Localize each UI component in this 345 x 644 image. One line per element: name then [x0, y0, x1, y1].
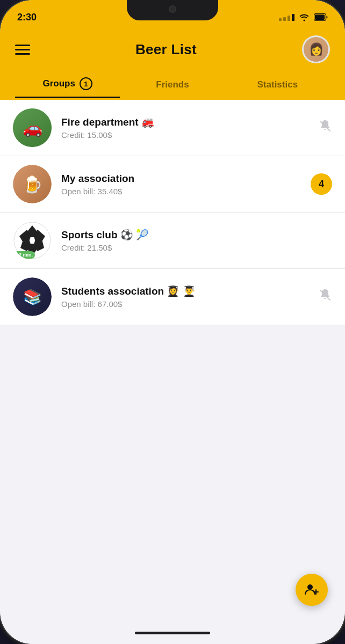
group-subtitle: Open bill: 67.00$	[61, 299, 318, 309]
svg-point-11	[307, 584, 313, 590]
group-subtitle: Credit: 21.50$	[61, 243, 332, 252]
signal-icon	[279, 14, 294, 21]
group-name: Fire department 🚒	[61, 116, 318, 128]
list-item[interactable]: 12 min. Sports club ⚽ 🎾 Credit: 21.50$	[0, 213, 345, 269]
phone-shell: 2:30	[0, 0, 345, 644]
app-header: Beer List 👩 Groups 1 Friends Statistics	[0, 30, 345, 100]
tab-friends-label: Friends	[156, 79, 189, 90]
add-person-icon	[304, 582, 319, 597]
group-name: Students association 👩‍🎓 👨‍🎓	[61, 285, 318, 297]
group-info-sports: Sports club ⚽ 🎾 Credit: 21.50$	[61, 229, 332, 252]
group-name: My association	[61, 173, 311, 185]
tab-statistics-label: Statistics	[257, 79, 298, 90]
group-name: Sports club ⚽ 🎾	[61, 229, 332, 241]
bell-off-icon	[318, 119, 332, 136]
page-title: Beer List	[135, 41, 197, 58]
time-badge: 12 min.	[14, 251, 35, 259]
group-avatar-fire-dept: 🚗	[13, 108, 52, 147]
group-action-fire-dept	[318, 119, 332, 136]
screen: 2:30	[0, 0, 345, 644]
groups-badge: 1	[80, 77, 92, 90]
group-subtitle: Credit: 15.00$	[61, 130, 318, 140]
tab-statistics[interactable]: Statistics	[225, 72, 330, 98]
group-avatar-sports: 12 min.	[13, 221, 52, 260]
home-bar	[135, 632, 210, 634]
status-time: 2:30	[17, 12, 37, 23]
group-action-association: 4	[311, 173, 332, 195]
wifi-icon	[299, 13, 310, 21]
group-avatar-association: 🍺	[13, 165, 52, 203]
group-avatar-students: 📚	[13, 277, 52, 316]
tab-friends[interactable]: Friends	[120, 72, 225, 98]
tab-bar: Groups 1 Friends Statistics	[15, 72, 330, 100]
menu-button[interactable]	[15, 45, 30, 55]
group-info-students: Students association 👩‍🎓 👨‍🎓 Open bill: …	[61, 285, 318, 309]
group-list: 🚗 Fire department 🚒 Credit: 15.00$	[0, 100, 345, 325]
header-top: Beer List 👩	[15, 35, 330, 63]
notch	[127, 0, 218, 20]
svg-rect-1	[315, 14, 325, 20]
list-item[interactable]: 📚 Students association 👩‍🎓 👨‍🎓 Open bill…	[0, 269, 345, 325]
user-avatar[interactable]: 👩	[302, 35, 330, 63]
group-info-association: My association Open bill: 35.40$	[61, 173, 311, 196]
tab-groups-label: Groups	[42, 78, 75, 89]
battery-icon	[314, 13, 328, 21]
home-indicator	[0, 625, 345, 644]
group-info-fire-dept: Fire department 🚒 Credit: 15.00$	[61, 116, 318, 140]
bell-off-icon	[318, 288, 332, 305]
main-content: 🚗 Fire department 🚒 Credit: 15.00$	[0, 100, 345, 625]
group-action-students	[318, 288, 332, 305]
list-item[interactable]: 🍺 My association Open bill: 35.40$ 4	[0, 156, 345, 213]
front-camera	[169, 5, 176, 13]
status-icons	[279, 13, 328, 21]
group-subtitle: Open bill: 35.40$	[61, 187, 311, 196]
list-item[interactable]: 🚗 Fire department 🚒 Credit: 15.00$	[0, 100, 345, 156]
avatar-image: 👩	[304, 37, 328, 62]
notification-badge: 4	[311, 173, 332, 195]
tab-groups[interactable]: Groups 1	[15, 72, 120, 98]
add-group-button[interactable]	[296, 574, 328, 606]
